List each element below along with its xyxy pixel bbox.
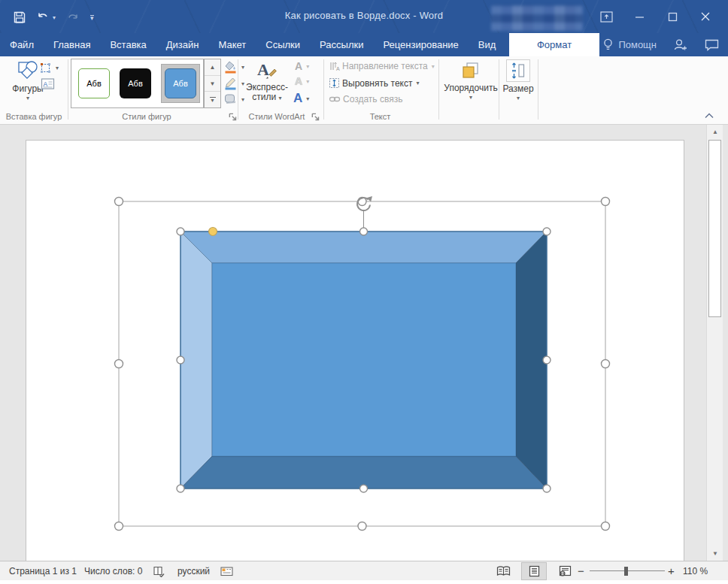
window-bottom-strip [0, 580, 728, 584]
ribbon-display-options-button[interactable] [590, 0, 623, 33]
shape-handle-top-right[interactable] [543, 228, 551, 235]
close-icon [700, 11, 711, 22]
bevel-center-face [212, 263, 516, 456]
tab-review[interactable]: Рецензирование [373, 33, 468, 56]
text-direction-button[interactable]: A Направление текста ▾ [329, 61, 435, 71]
proofing-book-icon [153, 565, 165, 577]
word-count[interactable]: Число слов: 0 [84, 561, 142, 580]
svg-text:A: A [44, 80, 48, 88]
shapes-button-label: Фигуры [12, 84, 43, 94]
shape-handle-top-center[interactable] [360, 228, 368, 235]
ribbon-display-options-icon [600, 11, 613, 23]
share-button[interactable] [673, 38, 688, 51]
shape-handle-bottom-right[interactable] [543, 485, 551, 492]
read-mode-button[interactable] [490, 562, 516, 580]
shape-handle-top-left[interactable] [177, 228, 184, 235]
tab-design[interactable]: Дизайн [156, 33, 209, 56]
tabrow-right-controls: Помощн [603, 33, 719, 56]
gallery-scroll-controls: ▲ ▼ ▼ [204, 59, 221, 108]
gallery-scroll-up[interactable]: ▲ [205, 59, 220, 76]
minimize-button[interactable] [623, 0, 656, 33]
ribbon-format-contextual: Фигуры ▾ ▾ A Вставка фигур Абв А [0, 56, 728, 125]
canvas-handle-bottom-right[interactable] [602, 522, 610, 531]
gallery-more-button[interactable]: ▼ [205, 92, 220, 107]
canvas-handle-bottom-center[interactable] [358, 522, 366, 531]
shape-outline-button[interactable]: ▾ [223, 77, 244, 90]
canvas-handle-top-left[interactable] [115, 198, 123, 206]
canvas-handle-middle-right[interactable] [602, 360, 610, 368]
zoom-slider-thumb[interactable] [624, 567, 628, 576]
gallery-scroll-down[interactable]: ▼ [205, 76, 220, 92]
create-link-label: Создать связь [343, 94, 402, 104]
tab-view[interactable]: Вид [469, 33, 506, 56]
size-icon [511, 62, 526, 79]
ribbon-tabs: Файл Главная Вставка Дизайн Макет Ссылки… [0, 33, 582, 56]
canvas-handle-top-right[interactable] [602, 198, 610, 206]
create-link-button[interactable]: Создать связь [329, 94, 402, 104]
lightbulb-icon [603, 38, 613, 51]
tab-home[interactable]: Главная [44, 33, 100, 56]
scroll-up-arrow[interactable]: ▲ [707, 125, 723, 139]
shape-effects-icon [223, 93, 238, 105]
bevel-shape[interactable] [180, 231, 547, 489]
tab-format-active[interactable]: Формат [509, 33, 599, 56]
text-fill-button[interactable]: А▾ [295, 60, 309, 72]
shape-handle-bottom-center[interactable] [360, 485, 368, 492]
shape-style-preset-2[interactable]: Абв [120, 68, 151, 98]
shape-style-preset-3[interactable]: Абв [165, 68, 196, 98]
tab-layout[interactable]: Макет [208, 33, 256, 56]
canvas-handle-middle-left[interactable] [115, 360, 123, 368]
size-button[interactable]: Размер ▾ [502, 59, 535, 101]
edit-shape-button[interactable]: ▾ [39, 62, 59, 74]
comments-button[interactable] [705, 39, 719, 51]
shape-style-preset-1[interactable]: Абв [78, 68, 110, 98]
shape-effects-button[interactable]: ▾ [223, 93, 244, 105]
arrange-button[interactable]: Упорядочить ▾ [445, 60, 496, 101]
proofing-status-button[interactable] [153, 561, 165, 580]
shape-handle-bottom-left[interactable] [177, 485, 184, 492]
vertical-scrollbar[interactable]: ▲ ▼ [706, 125, 723, 561]
scroll-down-arrow[interactable]: ▼ [707, 546, 723, 561]
scrollbar-thumb[interactable] [708, 140, 721, 317]
document-area: ▲ ▼ [0, 125, 728, 561]
canvas-handle-bottom-left[interactable] [115, 522, 123, 531]
tab-mailings[interactable]: Рассылки [310, 33, 373, 56]
print-layout-button[interactable] [521, 562, 547, 580]
tell-me-button[interactable]: Помощн [603, 38, 657, 51]
collapse-ribbon-button[interactable] [704, 112, 714, 120]
zoom-level[interactable]: 110 % [683, 561, 708, 580]
maximize-button[interactable] [656, 0, 689, 33]
quick-styles-label-line1: Экспресс- [246, 82, 288, 92]
window-controls [590, 0, 722, 33]
svg-text:A: A [257, 60, 269, 79]
close-button[interactable] [689, 0, 722, 33]
shape-handle-middle-right[interactable] [543, 356, 551, 364]
text-box-icon: A [41, 77, 55, 90]
tab-file[interactable]: Файл [0, 33, 44, 56]
text-outline-button[interactable]: А▾ [295, 75, 309, 87]
word-window: ▾ ▾ Как рисовать в Ворде.docx - Word [0, 0, 728, 584]
align-text-button[interactable]: Выровнять текст ▾ [329, 77, 420, 89]
web-layout-button[interactable] [552, 562, 578, 580]
tab-references[interactable]: Ссылки [256, 33, 310, 56]
text-direction-icon: A [329, 61, 340, 71]
wordart-dialog-launcher[interactable] [311, 112, 321, 123]
quick-styles-button[interactable]: A Экспресс- стили ▾ [244, 59, 290, 103]
read-mode-icon [496, 566, 511, 576]
language-status[interactable]: русский [177, 561, 210, 580]
text-effects-button[interactable]: А▾ [293, 91, 309, 106]
shape-adjust-handle[interactable] [209, 228, 217, 236]
zoom-in-button[interactable]: + [668, 561, 675, 580]
comment-icon [705, 39, 719, 51]
shape-styles-dialog-launcher[interactable] [228, 112, 238, 123]
tab-insert[interactable]: Вставка [100, 33, 156, 56]
title-bar: ▾ ▾ Как рисовать в Ворде.docx - Word [0, 0, 728, 33]
page-indicator[interactable]: Страница 1 из 1 [9, 561, 77, 580]
zoom-out-button[interactable]: − [578, 561, 584, 580]
arrange-button-label: Упорядочить [444, 83, 497, 93]
shape-fill-button[interactable]: ▾ [223, 60, 244, 74]
text-box-button[interactable]: A [41, 77, 55, 90]
tell-me-label: Помощн [618, 39, 657, 50]
shape-handle-middle-left[interactable] [177, 356, 184, 364]
keyboard-language-icon[interactable] [220, 561, 233, 580]
